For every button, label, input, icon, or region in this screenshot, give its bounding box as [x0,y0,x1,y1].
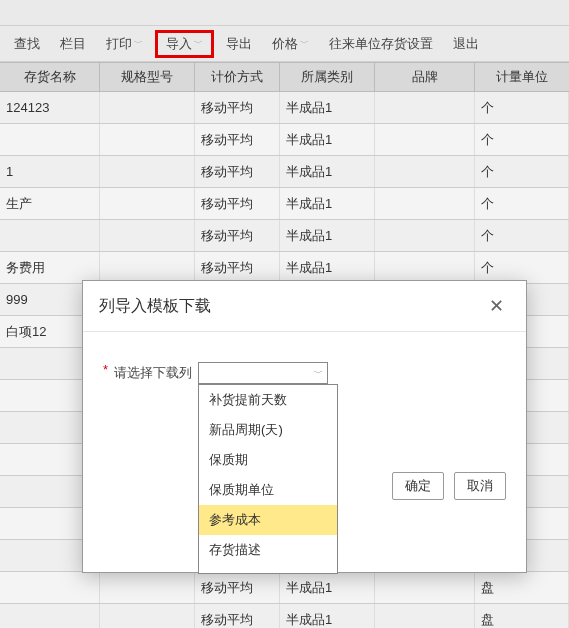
modal-buttons: 确定 取消 [392,362,506,500]
cell-brand [375,220,475,251]
cell-unit: 盘 [475,604,569,628]
table-row[interactable]: 移动平均半成品1盘 [0,604,569,628]
cancel-button[interactable]: 取消 [454,472,506,500]
window-titlebar [0,0,569,26]
cell-brand [375,124,475,155]
col-category[interactable]: 所属类别 [280,63,375,91]
col-name[interactable]: 存货名称 [0,63,100,91]
cell-category: 半成品1 [280,188,375,219]
dropdown-option[interactable]: 保质期 [199,445,337,475]
select-label: 请选择下载列 [114,362,192,382]
cell-name [0,220,100,251]
cell-costing: 移动平均 [195,252,280,283]
cell-category: 半成品1 [280,572,375,603]
required-mark: * [103,362,108,377]
col-brand[interactable]: 品牌 [375,63,475,91]
chevron-down-icon: ﹀ [300,37,309,50]
cell-name [0,572,100,603]
import-template-modal: 列导入模板下载 ✕ * 请选择下载列 ﹀ 补货提前天数新品周期(天)保质期保质期… [82,280,527,573]
toolbar: 查找 栏目 打印﹀ 导入﹀ 导出 价格﹀ 往来单位存货设置 退出 [0,26,569,62]
cell-unit: 个 [475,220,569,251]
table-header: 存货名称 规格型号 计价方式 所属类别 品牌 计量单位 [0,62,569,92]
chevron-down-icon: ﹀ [314,367,323,380]
price-button[interactable]: 价格﹀ [262,29,319,59]
cell-costing: 移动平均 [195,188,280,219]
cell-costing: 移动平均 [195,220,280,251]
cell-brand [375,156,475,187]
cell-name: 生产 [0,188,100,219]
select-box[interactable]: ﹀ [198,362,328,384]
form-row: * 请选择下载列 ﹀ 补货提前天数新品周期(天)保质期保质期单位参考成本存货描述… [103,362,328,384]
column-select[interactable]: ﹀ 补货提前天数新品周期(天)保质期保质期单位参考成本存货描述猜一猜 [198,362,328,384]
vendor-settings-button[interactable]: 往来单位存货设置 [319,29,443,59]
dropdown-option[interactable]: 参考成本 [199,505,337,535]
cell-spec [100,156,195,187]
cell-costing: 移动平均 [195,124,280,155]
cell-name: 124123 [0,92,100,123]
cell-category: 半成品1 [280,124,375,155]
cell-brand [375,252,475,283]
find-button[interactable]: 查找 [4,29,50,59]
cell-brand [375,572,475,603]
cell-costing: 移动平均 [195,92,280,123]
cell-brand [375,92,475,123]
exit-button[interactable]: 退出 [443,29,489,59]
cell-unit: 盘 [475,572,569,603]
cell-costing: 移动平均 [195,572,280,603]
cell-name: 务费用 [0,252,100,283]
cell-costing: 移动平均 [195,604,280,628]
table-row[interactable]: 移动平均半成品1盘 [0,572,569,604]
cell-spec [100,252,195,283]
dropdown-option[interactable]: 补货提前天数 [199,385,337,415]
modal-title: 列导入模板下载 [99,296,211,317]
columns-button[interactable]: 栏目 [50,29,96,59]
dropdown-option[interactable]: 保质期单位 [199,475,337,505]
chevron-down-icon: ﹀ [134,37,143,50]
table-row[interactable]: 移动平均半成品1个 [0,220,569,252]
cell-name [0,124,100,155]
cell-name: 1 [0,156,100,187]
export-button[interactable]: 导出 [216,29,262,59]
table-row[interactable]: 124123移动平均半成品1个 [0,92,569,124]
print-button[interactable]: 打印﹀ [96,29,153,59]
cell-spec [100,188,195,219]
cell-unit: 个 [475,188,569,219]
cell-spec [100,124,195,155]
table-row[interactable]: 生产移动平均半成品1个 [0,188,569,220]
dropdown-option[interactable]: 新品周期(天) [199,415,337,445]
cell-spec [100,92,195,123]
cell-costing: 移动平均 [195,156,280,187]
cell-brand [375,604,475,628]
import-button[interactable]: 导入﹀ [155,30,214,58]
dropdown-option[interactable]: 猜一猜 [199,565,337,574]
col-unit[interactable]: 计量单位 [475,63,569,91]
ok-button[interactable]: 确定 [392,472,444,500]
cell-category: 半成品1 [280,92,375,123]
cell-category: 半成品1 [280,252,375,283]
table-row[interactable]: 1移动平均半成品1个 [0,156,569,188]
chevron-down-icon: ﹀ [194,37,203,50]
close-icon[interactable]: ✕ [483,293,510,319]
cell-unit: 个 [475,124,569,155]
cell-spec [100,220,195,251]
cell-unit: 个 [475,92,569,123]
table-row[interactable]: 移动平均半成品1个 [0,124,569,156]
cell-unit: 个 [475,156,569,187]
modal-body: * 请选择下载列 ﹀ 补货提前天数新品周期(天)保质期保质期单位参考成本存货描述… [83,332,526,572]
dropdown-option[interactable]: 存货描述 [199,535,337,565]
cell-unit: 个 [475,252,569,283]
cell-category: 半成品1 [280,220,375,251]
cell-category: 半成品1 [280,156,375,187]
cell-name [0,604,100,628]
cell-spec [100,604,195,628]
modal-header: 列导入模板下载 ✕ [83,281,526,332]
select-dropdown[interactable]: 补货提前天数新品周期(天)保质期保质期单位参考成本存货描述猜一猜 [198,384,338,574]
col-spec[interactable]: 规格型号 [100,63,195,91]
cell-spec [100,572,195,603]
cell-category: 半成品1 [280,604,375,628]
cell-brand [375,188,475,219]
col-costing[interactable]: 计价方式 [195,63,280,91]
